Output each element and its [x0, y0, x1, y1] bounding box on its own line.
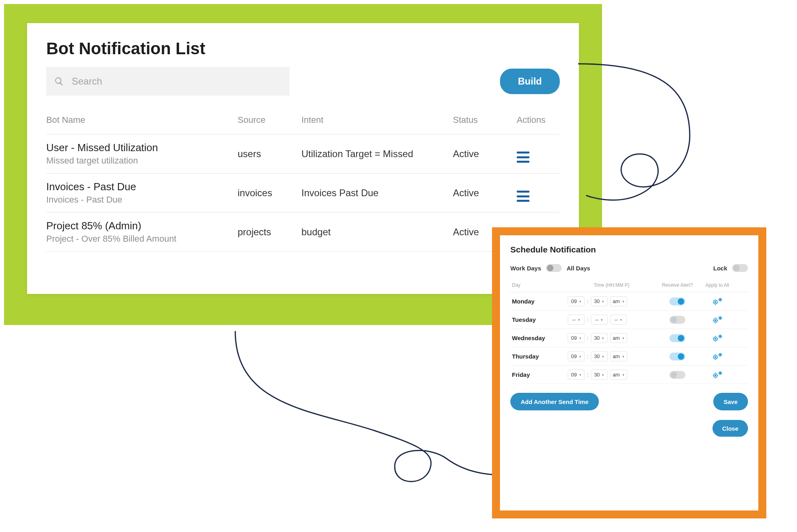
connector-line-top	[570, 56, 793, 239]
apply-to-all-button[interactable]	[699, 297, 735, 306]
table-row: Invoices - Past DueInvoices - Past Duein…	[46, 173, 560, 213]
bot-source: projects	[238, 227, 301, 238]
minute-select[interactable]: --▾	[591, 315, 608, 325]
add-send-time-button[interactable]: Add Another Send Time	[510, 393, 599, 410]
schedule-row: Tuesday--▾:--▾--▾	[510, 311, 748, 329]
apply-to-all-button[interactable]	[699, 315, 735, 324]
sched-col-apply: Apply to All	[699, 282, 735, 288]
schedule-row: Thursday09▾:30▾am▾	[510, 347, 748, 366]
bot-name: Invoices - Past Due	[46, 181, 238, 193]
sched-col-alert: Receive Alert?	[655, 282, 699, 288]
col-intent: Intent	[301, 115, 453, 125]
workdays-label: Work Days	[510, 265, 541, 272]
schedule-day: Tuesday	[512, 316, 568, 323]
row-actions-menu-icon[interactable]	[517, 152, 529, 163]
ampm-select[interactable]: am▾	[610, 370, 627, 380]
svg-point-15	[720, 354, 721, 355]
table-row: User - Missed UtilizationMissed target u…	[46, 134, 560, 173]
bot-intent: Utilization Target = Missed	[301, 148, 453, 160]
schedule-day: Friday	[512, 371, 568, 378]
minute-select[interactable]: 30▾	[591, 370, 608, 380]
page-title: Bot Notification List	[46, 39, 560, 58]
col-actions: Actions	[517, 115, 565, 125]
minute-select[interactable]: 30▾	[591, 351, 608, 361]
receive-alert-toggle[interactable]	[669, 353, 685, 361]
schedule-row: Monday09▾:30▾am▾	[510, 292, 748, 311]
svg-point-13	[715, 357, 716, 358]
time-colon: :	[587, 353, 588, 359]
bot-source: invoices	[238, 187, 301, 199]
search-icon	[54, 77, 64, 86]
days-mode-toggle[interactable]	[546, 264, 562, 272]
schedule-panel: Schedule Notification Work Days All Days…	[500, 235, 758, 510]
receive-alert-toggle[interactable]	[669, 334, 685, 342]
schedule-row: Friday09▾:30▾am▾	[510, 366, 748, 384]
ampm-select[interactable]: am▾	[610, 333, 627, 343]
time-colon: :	[587, 317, 588, 323]
alldays-label: All Days	[567, 265, 590, 272]
svg-point-7	[720, 317, 721, 318]
receive-alert-toggle[interactable]	[669, 298, 685, 305]
bot-intent: budget	[301, 227, 453, 238]
schedule-day: Thursday	[512, 353, 568, 360]
hour-select[interactable]: --▾	[568, 315, 584, 325]
svg-point-1	[715, 301, 716, 303]
minute-select[interactable]: 30▾	[591, 333, 608, 343]
sched-col-time: Time (HH:MM P)	[568, 282, 655, 288]
ampm-select[interactable]: --▾	[610, 315, 627, 325]
bot-status: Active	[453, 148, 517, 160]
apply-to-all-button[interactable]	[699, 352, 735, 361]
hour-select[interactable]: 09▾	[568, 370, 584, 380]
bot-source: users	[238, 148, 301, 160]
time-colon: :	[587, 372, 588, 378]
search-input[interactable]	[71, 75, 281, 87]
ampm-select[interactable]: am▾	[610, 296, 627, 306]
ampm-select[interactable]: am▾	[610, 351, 627, 361]
build-button[interactable]: Build	[500, 69, 560, 94]
schedule-title: Schedule Notification	[510, 245, 748, 254]
sched-col-day: Day	[512, 282, 568, 288]
bot-description: Project - Over 85% Billed Amount	[46, 234, 238, 244]
hour-select[interactable]: 09▾	[568, 333, 584, 343]
bot-intent: Invoices Past Due	[301, 187, 453, 199]
hour-select[interactable]: 09▾	[568, 351, 584, 361]
row-actions-menu-icon[interactable]	[517, 191, 529, 202]
receive-alert-toggle[interactable]	[669, 316, 685, 324]
bot-table: Bot Name Source Intent Status Actions Us…	[46, 115, 560, 252]
bot-name: Project 85% (Admin)	[46, 220, 238, 232]
lock-label: Lock	[713, 265, 727, 272]
apply-to-all-button[interactable]	[699, 334, 735, 343]
orange-decorative-frame: Schedule Notification Work Days All Days…	[492, 227, 766, 518]
bot-name: User - Missed Utilization	[46, 142, 238, 154]
svg-point-3	[720, 299, 721, 300]
bot-status: Active	[453, 187, 517, 199]
bot-description: Invoices - Past Due	[46, 195, 238, 205]
svg-point-9	[715, 338, 716, 339]
svg-point-11	[720, 336, 721, 337]
minute-select[interactable]: 30▾	[591, 296, 608, 306]
connector-line-bottom	[223, 327, 502, 495]
table-row: Project 85% (Admin)Project - Over 85% Bi…	[46, 213, 560, 252]
hour-select[interactable]: 09▾	[568, 296, 584, 306]
col-source: Source	[238, 115, 301, 125]
schedule-day: Monday	[512, 298, 568, 305]
svg-point-19	[720, 372, 721, 373]
lock-toggle[interactable]	[732, 264, 748, 272]
bot-description: Missed target utilization	[46, 156, 238, 166]
schedule-day: Wednesday	[512, 335, 568, 341]
save-button[interactable]: Save	[713, 393, 748, 410]
svg-point-17	[715, 375, 716, 376]
schedule-row: Wednesday09▾:30▾am▾	[510, 329, 748, 347]
search-field-wrapper[interactable]	[46, 67, 289, 96]
time-colon: :	[587, 298, 588, 304]
col-bot-name: Bot Name	[46, 115, 238, 125]
col-status: Status	[453, 115, 517, 125]
svg-point-5	[715, 320, 716, 321]
close-button[interactable]: Close	[712, 420, 748, 437]
apply-to-all-button[interactable]	[699, 370, 735, 379]
receive-alert-toggle[interactable]	[669, 371, 685, 379]
time-colon: :	[587, 335, 588, 341]
